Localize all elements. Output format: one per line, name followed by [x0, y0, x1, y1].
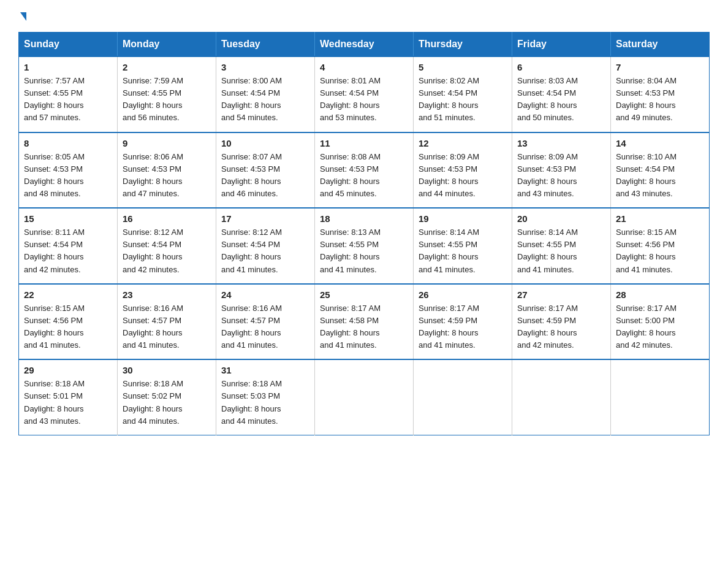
col-saturday: Saturday — [611, 33, 710, 57]
table-row: 7 Sunrise: 8:04 AMSunset: 4:53 PMDayligh… — [611, 56, 710, 132]
table-row: 20 Sunrise: 8:14 AMSunset: 4:55 PMDaylig… — [512, 208, 611, 284]
day-info: Sunrise: 8:11 AMSunset: 4:54 PMDaylight:… — [24, 226, 112, 276]
col-sunday: Sunday — [19, 33, 118, 57]
day-number: 2 — [123, 62, 211, 72]
day-info: Sunrise: 8:13 AMSunset: 4:55 PMDaylight:… — [320, 226, 408, 276]
logo — [18, 12, 26, 21]
day-number: 22 — [24, 289, 112, 300]
day-number: 27 — [517, 289, 605, 300]
table-row: 30 Sunrise: 8:18 AMSunset: 5:02 PMDaylig… — [118, 359, 216, 435]
day-number: 19 — [419, 213, 507, 224]
day-number: 10 — [221, 138, 309, 148]
table-row: 19 Sunrise: 8:14 AMSunset: 4:55 PMDaylig… — [414, 208, 512, 284]
table-row: 14 Sunrise: 8:10 AMSunset: 4:54 PMDaylig… — [611, 132, 710, 209]
day-info: Sunrise: 8:04 AMSunset: 4:53 PMDaylight:… — [616, 75, 704, 124]
table-row: 11 Sunrise: 8:08 AMSunset: 4:53 PMDaylig… — [315, 132, 414, 209]
day-info: Sunrise: 8:16 AMSunset: 4:57 PMDaylight:… — [221, 302, 309, 352]
day-number: 17 — [221, 213, 309, 224]
table-row: 22 Sunrise: 8:15 AMSunset: 4:56 PMDaylig… — [19, 284, 118, 360]
col-thursday: Thursday — [414, 33, 512, 57]
table-row: 21 Sunrise: 8:15 AMSunset: 4:56 PMDaylig… — [611, 208, 710, 284]
day-info: Sunrise: 8:17 AMSunset: 4:58 PMDaylight:… — [320, 302, 408, 352]
day-info: Sunrise: 8:09 AMSunset: 4:53 PMDaylight:… — [517, 151, 605, 201]
logo-triangle-icon — [20, 12, 26, 21]
day-info: Sunrise: 8:16 AMSunset: 4:57 PMDaylight:… — [123, 302, 211, 352]
table-row: 16 Sunrise: 8:12 AMSunset: 4:54 PMDaylig… — [118, 208, 216, 284]
day-number: 31 — [221, 365, 309, 375]
day-number: 9 — [123, 138, 211, 148]
table-row: 18 Sunrise: 8:13 AMSunset: 4:55 PMDaylig… — [315, 208, 414, 284]
table-row — [512, 359, 611, 435]
day-number: 16 — [123, 213, 211, 224]
table-row: 24 Sunrise: 8:16 AMSunset: 4:57 PMDaylig… — [216, 284, 315, 360]
day-info: Sunrise: 8:15 AMSunset: 4:56 PMDaylight:… — [24, 302, 112, 352]
day-info: Sunrise: 8:09 AMSunset: 4:53 PMDaylight:… — [419, 151, 507, 201]
day-info: Sunrise: 8:14 AMSunset: 4:55 PMDaylight:… — [419, 226, 507, 276]
day-number: 24 — [221, 289, 309, 300]
table-row: 31 Sunrise: 8:18 AMSunset: 5:03 PMDaylig… — [216, 359, 315, 435]
day-number: 30 — [123, 365, 211, 375]
table-row: 28 Sunrise: 8:17 AMSunset: 5:00 PMDaylig… — [611, 284, 710, 360]
col-monday: Monday — [118, 33, 216, 57]
calendar-header-row: Sunday Monday Tuesday Wednesday Thursday… — [19, 33, 710, 57]
day-number: 13 — [517, 138, 605, 148]
table-row: 5 Sunrise: 8:02 AMSunset: 4:54 PMDayligh… — [414, 56, 512, 132]
table-row: 9 Sunrise: 8:06 AMSunset: 4:53 PMDayligh… — [118, 132, 216, 209]
day-number: 15 — [24, 213, 112, 224]
day-info: Sunrise: 8:17 AMSunset: 5:00 PMDaylight:… — [616, 302, 704, 352]
table-row: 4 Sunrise: 8:01 AMSunset: 4:54 PMDayligh… — [315, 56, 414, 132]
day-info: Sunrise: 8:00 AMSunset: 4:54 PMDaylight:… — [221, 75, 309, 124]
page-header — [18, 12, 710, 21]
calendar-week-row: 8 Sunrise: 8:05 AMSunset: 4:53 PMDayligh… — [19, 132, 710, 209]
day-info: Sunrise: 8:15 AMSunset: 4:56 PMDaylight:… — [616, 226, 704, 276]
col-wednesday: Wednesday — [315, 33, 414, 57]
day-info: Sunrise: 8:03 AMSunset: 4:54 PMDaylight:… — [517, 75, 605, 124]
day-number: 21 — [616, 213, 704, 224]
table-row — [611, 359, 710, 435]
logo-top-row — [18, 12, 26, 21]
day-info: Sunrise: 8:12 AMSunset: 4:54 PMDaylight:… — [123, 226, 211, 276]
day-number: 3 — [221, 62, 309, 72]
day-info: Sunrise: 8:05 AMSunset: 4:53 PMDaylight:… — [24, 151, 112, 201]
table-row — [414, 359, 512, 435]
table-row: 6 Sunrise: 8:03 AMSunset: 4:54 PMDayligh… — [512, 56, 611, 132]
day-info: Sunrise: 8:12 AMSunset: 4:54 PMDaylight:… — [221, 226, 309, 276]
table-row: 1 Sunrise: 7:57 AMSunset: 4:55 PMDayligh… — [19, 56, 118, 132]
day-number: 26 — [419, 289, 507, 300]
table-row: 13 Sunrise: 8:09 AMSunset: 4:53 PMDaylig… — [512, 132, 611, 209]
day-number: 12 — [419, 138, 507, 148]
table-row: 8 Sunrise: 8:05 AMSunset: 4:53 PMDayligh… — [19, 132, 118, 209]
calendar-week-row: 29 Sunrise: 8:18 AMSunset: 5:01 PMDaylig… — [19, 359, 710, 435]
table-row: 3 Sunrise: 8:00 AMSunset: 4:54 PMDayligh… — [216, 56, 315, 132]
day-number: 28 — [616, 289, 704, 300]
day-info: Sunrise: 8:18 AMSunset: 5:03 PMDaylight:… — [221, 378, 309, 427]
day-number: 14 — [616, 138, 704, 148]
calendar-week-row: 1 Sunrise: 7:57 AMSunset: 4:55 PMDayligh… — [19, 56, 710, 132]
table-row: 29 Sunrise: 8:18 AMSunset: 5:01 PMDaylig… — [19, 359, 118, 435]
day-info: Sunrise: 8:10 AMSunset: 4:54 PMDaylight:… — [616, 151, 704, 201]
day-info: Sunrise: 7:59 AMSunset: 4:55 PMDaylight:… — [123, 75, 211, 124]
day-info: Sunrise: 8:01 AMSunset: 4:54 PMDaylight:… — [320, 75, 408, 124]
day-info: Sunrise: 8:17 AMSunset: 4:59 PMDaylight:… — [419, 302, 507, 352]
table-row: 2 Sunrise: 7:59 AMSunset: 4:55 PMDayligh… — [118, 56, 216, 132]
day-number: 8 — [24, 138, 112, 148]
day-info: Sunrise: 8:18 AMSunset: 5:02 PMDaylight:… — [123, 378, 211, 427]
day-number: 25 — [320, 289, 408, 300]
table-row: 27 Sunrise: 8:17 AMSunset: 4:59 PMDaylig… — [512, 284, 611, 360]
day-number: 20 — [517, 213, 605, 224]
day-number: 5 — [419, 62, 507, 72]
day-info: Sunrise: 8:02 AMSunset: 4:54 PMDaylight:… — [419, 75, 507, 124]
day-info: Sunrise: 8:17 AMSunset: 4:59 PMDaylight:… — [517, 302, 605, 352]
table-row: 17 Sunrise: 8:12 AMSunset: 4:54 PMDaylig… — [216, 208, 315, 284]
day-number: 29 — [24, 365, 112, 375]
calendar-week-row: 15 Sunrise: 8:11 AMSunset: 4:54 PMDaylig… — [19, 208, 710, 284]
day-number: 18 — [320, 213, 408, 224]
col-tuesday: Tuesday — [216, 33, 315, 57]
day-info: Sunrise: 8:06 AMSunset: 4:53 PMDaylight:… — [123, 151, 211, 201]
table-row: 26 Sunrise: 8:17 AMSunset: 4:59 PMDaylig… — [414, 284, 512, 360]
calendar-week-row: 22 Sunrise: 8:15 AMSunset: 4:56 PMDaylig… — [19, 284, 710, 360]
day-number: 6 — [517, 62, 605, 72]
table-row: 23 Sunrise: 8:16 AMSunset: 4:57 PMDaylig… — [118, 284, 216, 360]
day-info: Sunrise: 8:08 AMSunset: 4:53 PMDaylight:… — [320, 151, 408, 201]
day-number: 11 — [320, 138, 408, 148]
